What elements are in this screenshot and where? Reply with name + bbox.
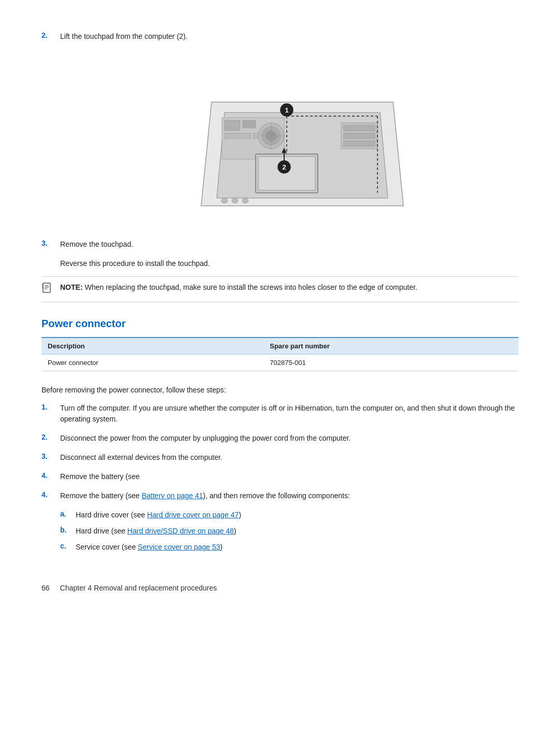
col-partnum-header: Spare part number: [263, 338, 519, 355]
sub-step-text-0: Hard drive cover (see Hard drive cover o…: [76, 510, 519, 521]
col-description-header: Description: [41, 338, 263, 355]
step-4-num: 4.: [41, 490, 60, 499]
step-4-text: Remove the battery (see Battery on page …: [60, 490, 519, 501]
main-step-3-text: Disconnect all external devices from the…: [60, 452, 519, 463]
main-step-4-num: 4.: [41, 471, 60, 480]
table-header-row: Description Spare part number: [41, 338, 519, 355]
sub-step-b: b.Hard drive (see Hard drive/SSD drive o…: [60, 526, 519, 537]
svg-point-20: [242, 198, 248, 203]
step-3-text: Remove the touchpad.: [60, 239, 519, 250]
svg-rect-3: [225, 120, 240, 131]
battery-link[interactable]: Battery on page 41: [142, 491, 203, 500]
svg-point-19: [232, 198, 238, 203]
note-content: NOTE: When replacing the touchpad, make …: [60, 282, 417, 293]
svg-rect-16: [344, 133, 375, 138]
main-step-2: 2.Disconnect the power from the computer…: [41, 433, 519, 444]
sub-step-text-2: Service cover (see Service cover on page…: [76, 542, 519, 553]
main-step-4: 4.Remove the battery (see: [41, 471, 519, 482]
svg-rect-5: [225, 133, 250, 138]
svg-text:2: 2: [282, 163, 286, 171]
main-step-1-num: 1.: [41, 403, 60, 411]
part-number: 702875-001: [263, 355, 519, 371]
sub-step-c: c.Service cover (see Service cover on pa…: [60, 542, 519, 553]
note-box: NOTE: When replacing the touchpad, make …: [41, 276, 519, 302]
main-step-2-num: 2.: [41, 433, 60, 441]
step-2-num: 2.: [41, 31, 60, 39]
step-3-num: 3.: [41, 239, 60, 247]
main-step-1: 1.Turn off the computer. If you are unsu…: [41, 403, 519, 425]
svg-text:1: 1: [285, 106, 288, 114]
notepad-svg: [41, 283, 53, 294]
svg-point-18: [221, 198, 228, 203]
svg-rect-4: [243, 120, 256, 128]
step-4-item: 4. Remove the battery (see Battery on pa…: [41, 490, 519, 501]
svg-rect-15: [344, 125, 375, 131]
main-step-1-text: Turn off the computer. If you are unsure…: [60, 403, 519, 425]
main-step-3-num: 3.: [41, 452, 60, 460]
laptop-diagram-svg: 1 2: [165, 50, 414, 227]
sub-step-text-1: Hard drive (see Hard drive/SSD drive on …: [76, 526, 519, 537]
footer-chapter: Chapter 4 Removal and replacement proced…: [60, 584, 217, 592]
parts-table: Description Spare part number Power conn…: [41, 337, 519, 371]
before-steps-text: Before removing the power connector, fol…: [41, 385, 519, 396]
part-description: Power connector: [41, 355, 263, 371]
main-step-2-text: Disconnect the power from the computer b…: [60, 433, 519, 444]
svg-rect-30: [43, 283, 50, 292]
step-2-text: Lift the touchpad from the computer (2).: [60, 31, 519, 42]
sub-step-label-0: a.: [60, 510, 76, 518]
step-2-item: 2. Lift the touchpad from the computer (…: [41, 31, 519, 42]
note-label: NOTE:: [60, 283, 83, 291]
reverse-note: Reverse this procedure to install the to…: [60, 258, 519, 269]
main-step-3: 3.Disconnect all external devices from t…: [41, 452, 519, 463]
note-text: When replacing the touchpad, make sure t…: [85, 283, 417, 291]
sub-step-label-1: b.: [60, 526, 76, 534]
laptop-diagram-container: 1 2: [60, 50, 519, 227]
footer-page-num: 66: [41, 584, 50, 592]
sub-step-link-1[interactable]: Hard drive/SSD drive on page 48: [128, 527, 234, 535]
note-icon: [41, 283, 56, 297]
svg-rect-17: [344, 141, 375, 146]
sub-step-label-2: c.: [60, 542, 76, 550]
main-step-4-text: Remove the battery (see: [60, 471, 519, 482]
section-title: Power connector: [41, 318, 519, 330]
sub-step-link-2[interactable]: Service cover on page 53: [138, 543, 220, 551]
step-3-item: 3. Remove the touchpad.: [41, 239, 519, 250]
sub-step-link-0[interactable]: Hard drive cover on page 47: [147, 511, 239, 519]
page-footer: 66 Chapter 4 Removal and replacement pro…: [41, 584, 519, 592]
table-row: Power connector702875-001: [41, 355, 519, 371]
sub-step-a: a.Hard drive cover (see Hard drive cover…: [60, 510, 519, 521]
